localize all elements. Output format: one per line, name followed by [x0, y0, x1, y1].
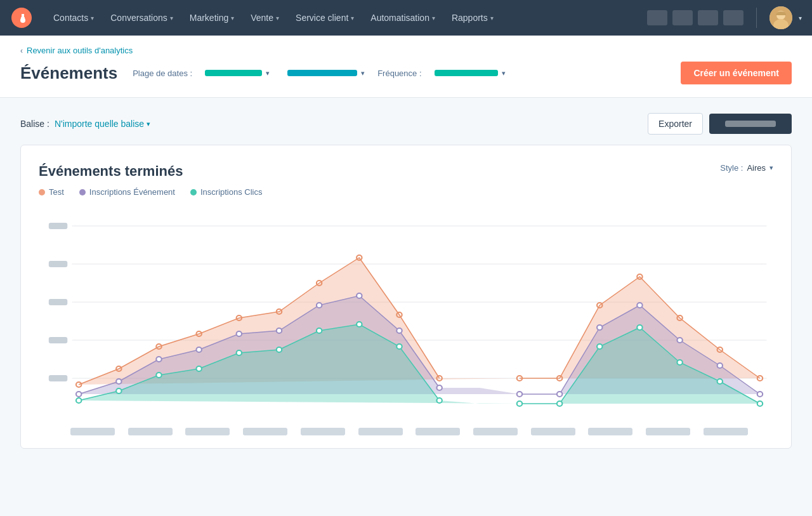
toolbar-right-actions: Exporter: [648, 113, 792, 135]
back-arrow-icon: ‹: [20, 46, 23, 55]
svg-point-62: [357, 322, 362, 327]
svg-point-44: [396, 328, 402, 333]
nav-menu: Contacts ▾ Conversations ▾ Marketing ▾ V…: [46, 8, 647, 28]
svg-point-56: [116, 388, 121, 394]
svg-point-61: [317, 328, 322, 333]
chevron-down-icon: ▾: [432, 15, 435, 22]
chart-title: Événements terminés: [39, 163, 263, 180]
nav-tool-btn-2[interactable]: [672, 10, 693, 25]
legend-dot-inscriptions-event: [79, 189, 86, 195]
svg-point-52: [757, 392, 763, 397]
svg-point-66: [557, 401, 562, 406]
style-selector[interactable]: Style : Aires ▾: [720, 163, 773, 173]
chevron-down-icon: ▾: [361, 69, 365, 77]
chart-header: Événements terminés Test Inscriptions Év…: [39, 163, 773, 197]
action-button-label: [725, 121, 776, 127]
page-header: ‹ Revenir aux outils d'analytics Événeme…: [0, 36, 812, 98]
nav-divider: [756, 8, 757, 28]
x-label-4: [243, 428, 287, 435]
freq-filter-label: Fréquence :: [377, 69, 421, 78]
nav-conversations[interactable]: Conversations ▾: [103, 8, 181, 28]
svg-point-41: [277, 328, 282, 333]
nav-tool-btn-1[interactable]: [647, 10, 667, 25]
svg-point-71: [757, 401, 763, 406]
chevron-down-icon: ▾: [170, 15, 173, 22]
svg-point-49: [637, 303, 642, 308]
x-label-7: [416, 428, 460, 435]
svg-point-59: [237, 350, 242, 355]
svg-point-43: [357, 293, 362, 298]
legend-item-test: Test: [39, 187, 64, 197]
avatar-chevron-icon[interactable]: ▾: [799, 15, 802, 22]
chevron-down-icon: ▾: [231, 15, 234, 22]
breadcrumb: ‹ Revenir aux outils d'analytics: [20, 46, 792, 55]
balise-dropdown[interactable]: N'importe quelle balise ▾: [55, 119, 150, 129]
chevron-down-icon: ▾: [351, 15, 354, 22]
chevron-down-icon: ▾: [91, 15, 94, 22]
svg-point-64: [436, 398, 442, 403]
create-event-button[interactable]: Créer un événement: [681, 62, 792, 84]
nav-right-actions: ▾: [647, 6, 802, 29]
date-range-value-2: [287, 70, 357, 76]
chevron-down-icon: ▾: [266, 69, 270, 77]
chevron-down-icon: ▾: [276, 15, 279, 22]
nav-rapports[interactable]: Rapports ▾: [444, 8, 501, 28]
page-title: Événements: [20, 63, 117, 83]
top-navigation: Contacts ▾ Conversations ▾ Marketing ▾ V…: [0, 0, 812, 36]
svg-point-50: [677, 338, 682, 343]
chart-svg: [39, 207, 773, 423]
chart-legend: Test Inscriptions Événement Inscriptions…: [39, 187, 263, 197]
svg-rect-10: [49, 223, 67, 229]
x-label-11: [646, 428, 690, 435]
chevron-down-icon: ▾: [147, 120, 150, 128]
svg-rect-12: [49, 299, 67, 305]
svg-point-51: [717, 363, 723, 368]
chevron-down-icon: ▾: [490, 15, 494, 22]
nav-marketing[interactable]: Marketing ▾: [182, 8, 242, 28]
nav-service-client[interactable]: Service client ▾: [288, 8, 362, 28]
balise-filter-group: Balise : N'importe quelle balise ▾: [20, 119, 150, 129]
export-button[interactable]: Exporter: [648, 113, 703, 135]
breadcrumb-link[interactable]: Revenir aux outils d'analytics: [27, 46, 133, 55]
svg-point-57: [156, 373, 161, 378]
svg-rect-11: [49, 261, 67, 267]
legend-item-inscriptions-event: Inscriptions Événement: [79, 187, 175, 197]
action-button[interactable]: [709, 114, 792, 134]
legend-dot-inscriptions-clics: [190, 189, 197, 195]
balise-label: Balise :: [20, 119, 49, 129]
nav-automatisation[interactable]: Automatisation ▾: [363, 8, 443, 28]
svg-point-47: [557, 392, 562, 397]
svg-point-65: [517, 401, 522, 406]
x-label-8: [473, 428, 518, 435]
svg-point-68: [637, 325, 642, 330]
date-range-value: [205, 70, 262, 76]
x-label-3: [185, 428, 230, 435]
chevron-down-icon: ▾: [502, 69, 506, 77]
hubspot-logo[interactable]: [10, 6, 33, 29]
x-label-2: [128, 428, 173, 435]
svg-point-45: [436, 385, 442, 390]
chart-area: [39, 207, 773, 423]
svg-point-42: [317, 303, 322, 308]
date-range-picker[interactable]: ▾: [200, 66, 275, 81]
svg-rect-14: [49, 375, 67, 381]
svg-point-63: [396, 344, 402, 349]
x-label-9: [531, 428, 575, 435]
chart-header-left: Événements terminés Test Inscriptions Év…: [39, 163, 263, 197]
svg-point-37: [116, 379, 121, 384]
nav-contacts[interactable]: Contacts ▾: [46, 8, 102, 28]
nav-vente[interactable]: Vente ▾: [243, 8, 287, 28]
svg-point-67: [597, 344, 602, 349]
nav-tool-btn-4[interactable]: [723, 10, 743, 25]
svg-point-39: [196, 347, 201, 352]
nav-tool-btn-3[interactable]: [698, 10, 718, 25]
date-filter-label: Plage de dates :: [133, 69, 192, 78]
date-range-picker-2[interactable]: ▾: [282, 66, 370, 81]
content-area: Balise : N'importe quelle balise ▾ Expor…: [0, 98, 812, 464]
frequency-picker[interactable]: ▾: [429, 66, 511, 81]
svg-rect-13: [49, 337, 67, 343]
x-label-6: [358, 428, 403, 435]
svg-point-60: [277, 347, 282, 352]
svg-point-40: [237, 331, 242, 336]
avatar[interactable]: [769, 6, 792, 29]
